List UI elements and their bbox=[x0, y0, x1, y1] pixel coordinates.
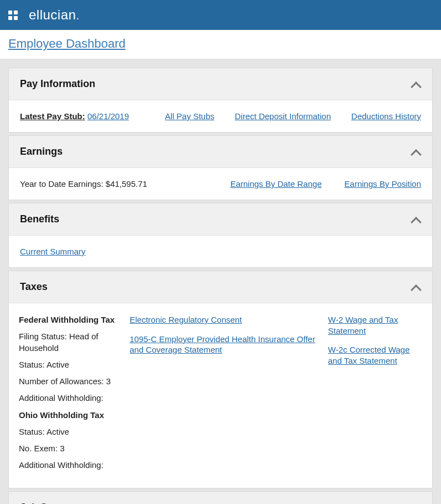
tax-middle-col: Electronic Regulatory Consent 1095-C Emp… bbox=[130, 314, 317, 477]
breadcrumb-bar: Employee Dashboard bbox=[0, 30, 441, 59]
earnings-section: Earnings Year to Date Earnings: $41,595.… bbox=[8, 135, 433, 200]
job-summary-title: Job Summary bbox=[20, 502, 86, 505]
pay-information-section: Pay Information Latest Pay Stub: 06/21/2… bbox=[8, 68, 433, 133]
filing-status-text: Filing Status: Head of Household bbox=[19, 331, 119, 354]
taxes-title: Taxes bbox=[20, 281, 48, 293]
pay-information-header[interactable]: Pay Information bbox=[9, 68, 432, 100]
ohio-status-active-text: Status: Active bbox=[19, 426, 119, 437]
earnings-title: Earnings bbox=[20, 146, 63, 157]
taxes-section: Taxes Federal Withholding Tax Filing Sta… bbox=[8, 271, 433, 488]
earnings-header[interactable]: Earnings bbox=[9, 136, 432, 168]
content-area: Pay Information Latest Pay Stub: 06/21/2… bbox=[0, 59, 441, 504]
electronic-regulatory-consent-link[interactable]: Electronic Regulatory Consent bbox=[130, 315, 242, 324]
earnings-by-date-range-link[interactable]: Earnings By Date Range bbox=[230, 179, 322, 189]
status-active-text: Status: Active bbox=[19, 359, 119, 370]
taxes-body: Federal Withholding Tax Filing Status: H… bbox=[9, 303, 432, 488]
w2-link[interactable]: W-2 Wage and Tax Statement bbox=[328, 315, 398, 335]
top-bar: ellucian. bbox=[0, 0, 441, 30]
benefits-header[interactable]: Benefits bbox=[9, 203, 432, 236]
federal-withholding-heading: Federal Withholding Tax bbox=[19, 314, 119, 325]
ohio-withholding-heading: Ohio Withholding Tax bbox=[19, 410, 119, 421]
latest-pay-stub-block: Latest Pay Stub: 06/21/2019 bbox=[20, 111, 129, 121]
breadcrumb-link[interactable]: Employee Dashboard bbox=[8, 37, 126, 50]
latest-pay-stub-date-link[interactable]: 06/21/2019 bbox=[88, 111, 129, 121]
tax-right-col: W-2 Wage and Tax Statement W-2c Correcte… bbox=[328, 314, 422, 477]
brand-text: ellucian bbox=[29, 7, 76, 22]
latest-pay-stub-label: Latest Pay Stub: bbox=[20, 111, 85, 121]
addl-withholding-text: Additional Withholding: bbox=[19, 393, 119, 404]
tax-left-col: Federal Withholding Tax Filing Status: H… bbox=[19, 314, 119, 477]
benefits-body: Current Summary bbox=[9, 236, 432, 267]
current-summary-link[interactable]: Current Summary bbox=[20, 247, 85, 256]
allowances-text: Number of Allowances: 3 bbox=[19, 376, 119, 387]
brand-dot: . bbox=[76, 9, 79, 22]
1095c-link[interactable]: 1095-C Employer Provided Health Insuranc… bbox=[130, 334, 315, 355]
pay-information-body: Latest Pay Stub: 06/21/2019 All Pay Stub… bbox=[9, 100, 432, 132]
direct-deposit-link[interactable]: Direct Deposit Information bbox=[235, 111, 331, 121]
benefits-title: Benefits bbox=[20, 213, 59, 225]
job-summary-header[interactable]: Job Summary bbox=[9, 492, 432, 505]
job-summary-section: Job Summary bbox=[8, 491, 433, 505]
taxes-header[interactable]: Taxes bbox=[9, 271, 432, 303]
benefits-section: Benefits Current Summary bbox=[8, 203, 433, 268]
deductions-history-link[interactable]: Deductions History bbox=[351, 111, 421, 121]
apps-icon[interactable] bbox=[8, 11, 18, 20]
pay-information-title: Pay Information bbox=[20, 78, 95, 90]
w2c-link[interactable]: W-2c Corrected Wage and Tax Statement bbox=[328, 345, 410, 365]
ohio-addl-withholding-text: Additional Withholding: bbox=[19, 460, 119, 471]
all-pay-stubs-link[interactable]: All Pay Stubs bbox=[165, 111, 214, 121]
earnings-by-position-link[interactable]: Earnings By Position bbox=[345, 179, 421, 189]
ytd-earnings-text: Year to Date Earnings: $41,595.71 bbox=[20, 179, 147, 189]
earnings-body: Year to Date Earnings: $41,595.71 Earnin… bbox=[9, 168, 432, 200]
no-exem-text: No. Exem: 3 bbox=[19, 443, 119, 454]
brand-label: ellucian. bbox=[29, 7, 79, 23]
